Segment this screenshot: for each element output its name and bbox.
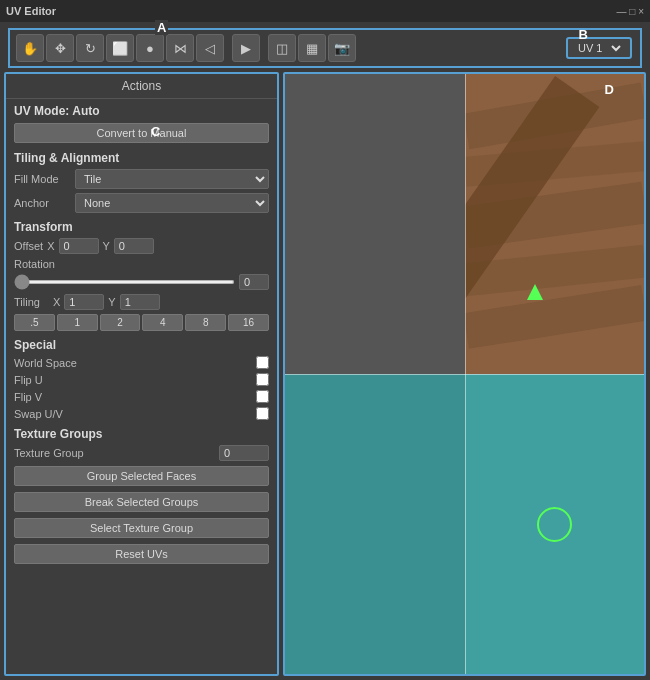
paint-tool-btn[interactable]: ● (136, 34, 164, 62)
tiling-label: Tiling (14, 296, 49, 308)
quick-btn-16[interactable]: 16 (228, 314, 269, 331)
quick-btn-2[interactable]: 2 (100, 314, 141, 331)
left-panel: C Actions UV Mode: Auto Convert to Manua… (4, 72, 279, 676)
title-bar: UV Editor — □ × (0, 0, 650, 22)
quick-btn-1[interactable]: 1 (57, 314, 98, 331)
break-selected-groups-btn[interactable]: Break Selected Groups (14, 492, 269, 512)
anchor-label: Anchor (14, 197, 69, 209)
grid-btn[interactable]: ▦ (298, 34, 326, 62)
label-b: B (577, 27, 590, 42)
texture-group-label: Texture Group (14, 447, 213, 459)
uv-teal-left (285, 374, 465, 674)
label-c: C (151, 124, 160, 139)
tiling-section-label: Tiling & Alignment (6, 146, 277, 167)
uv-dark-quadrant (285, 74, 465, 374)
weld-tool-btn[interactable]: ⋈ (166, 34, 194, 62)
toolbar: A ✋ ✥ ↻ ⬜ ● ⋈ ◁ ▶ ◫ ▦ 📷 B UV 1 UV 2 UV 3 (8, 28, 642, 68)
tiling-row: Tiling X Y (6, 292, 277, 312)
unwrap-btn[interactable]: ◫ (268, 34, 296, 62)
world-space-label: World Space (14, 357, 77, 369)
select-tool-btn[interactable]: ⬜ (106, 34, 134, 62)
flip-v-label: Flip V (14, 391, 42, 403)
grid-center-v (465, 74, 466, 674)
swap-uv-label: Swap U/V (14, 408, 63, 420)
uv-editor-window: UV Editor — □ × A ✋ ✥ ↻ ⬜ ● ⋈ ◁ ▶ ◫ ▦ 📷 … (0, 0, 650, 680)
quick-btn-8[interactable]: 8 (185, 314, 226, 331)
flip-v-row: Flip V (6, 388, 277, 405)
rotation-value-input[interactable] (239, 274, 269, 290)
offset-label: Offset (14, 240, 43, 252)
flip-v-checkbox[interactable] (256, 390, 269, 403)
uv-wood-quadrant (465, 74, 645, 374)
select-texture-group-btn[interactable]: Select Texture Group (14, 518, 269, 538)
label-a: A (155, 20, 168, 35)
flip-u-checkbox[interactable] (256, 373, 269, 386)
flip-u-row: Flip U (6, 371, 277, 388)
texture-group-row: Texture Group (6, 443, 277, 463)
rotation-slider[interactable] (14, 280, 235, 284)
uv-selector[interactable]: UV 1 UV 2 UV 3 (574, 41, 624, 55)
flip-u-label: Flip U (14, 374, 43, 386)
move-tool-btn[interactable]: ✥ (46, 34, 74, 62)
tiling-y-label: Y (108, 296, 115, 308)
reset-uvs-btn[interactable]: Reset UVs (14, 544, 269, 564)
camera-btn[interactable]: 📷 (328, 34, 356, 62)
fill-mode-row: Fill Mode Tile Stretch (6, 167, 277, 191)
special-section-label: Special (6, 333, 277, 354)
transform-section-label: Transform (6, 215, 277, 236)
texture-groups-label: Texture Groups (6, 422, 277, 443)
label-d: D (605, 82, 614, 97)
offset-x-label: X (47, 240, 54, 252)
world-space-row: World Space (6, 354, 277, 371)
fill-mode-select[interactable]: Tile Stretch (75, 169, 269, 189)
offset-row: Offset X Y (6, 236, 277, 256)
rotation-slider-row (6, 272, 277, 292)
convert-to-manual-btn[interactable]: Convert to Manual (14, 123, 269, 143)
cut-tool-btn[interactable]: ◁ (196, 34, 224, 62)
uv-canvas-panel[interactable]: D (283, 72, 646, 676)
pan-tool-btn[interactable]: ✋ (16, 34, 44, 62)
quick-btn-05[interactable]: .5 (14, 314, 55, 331)
group-selected-faces-btn[interactable]: Group Selected Faces (14, 466, 269, 486)
uv-canvas[interactable] (285, 74, 644, 674)
uv-mode-label: UV Mode: Auto (6, 99, 277, 120)
uv-arrow-indicator (527, 284, 543, 300)
quick-btn-4[interactable]: 4 (142, 314, 183, 331)
tiling-x-label: X (53, 296, 60, 308)
offset-y-input[interactable] (114, 238, 154, 254)
offset-y-label: Y (103, 240, 110, 252)
world-space-checkbox[interactable] (256, 356, 269, 369)
fill-mode-label: Fill Mode (14, 173, 69, 185)
rotation-row: Rotation (6, 256, 277, 272)
rotation-label: Rotation (14, 258, 69, 270)
window-title: UV Editor (6, 5, 56, 17)
swap-uv-row: Swap U/V (6, 405, 277, 422)
panel-title: Actions (6, 74, 277, 99)
rotate-tool-btn[interactable]: ↻ (76, 34, 104, 62)
offset-x-input[interactable] (59, 238, 99, 254)
tiling-x-input[interactable] (64, 294, 104, 310)
texture-group-input[interactable] (219, 445, 269, 461)
tiling-y-input[interactable] (120, 294, 160, 310)
uv-circle-indicator (537, 507, 572, 542)
anchor-select[interactable]: None Top Left Center (75, 193, 269, 213)
quick-tiling-btns: .5 1 2 4 8 16 (6, 312, 277, 333)
swap-uv-checkbox[interactable] (256, 407, 269, 420)
main-content: C Actions UV Mode: Auto Convert to Manua… (0, 72, 650, 680)
anchor-row: Anchor None Top Left Center (6, 191, 277, 215)
play-btn[interactable]: ▶ (232, 34, 260, 62)
